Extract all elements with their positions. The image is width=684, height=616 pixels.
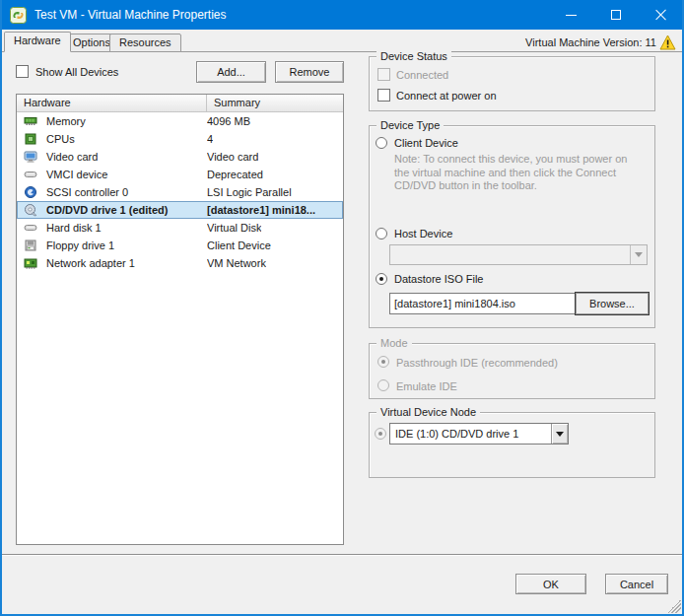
tab-hardware[interactable]: Hardware xyxy=(4,32,71,52)
footer-divider xyxy=(2,554,682,556)
cancel-button[interactable]: Cancel xyxy=(605,574,668,594)
host-device-dropdown-arrow xyxy=(630,245,647,264)
memory-icon xyxy=(24,114,37,128)
connected-label: Connected xyxy=(396,69,448,81)
minimize-button[interactable] xyxy=(548,0,593,30)
table-row-scsi-controller[interactable]: SCSI controller 0 LSI Logic Parallel xyxy=(17,183,343,201)
show-all-devices-checkbox[interactable] xyxy=(16,65,29,78)
remove-button[interactable]: Remove xyxy=(275,61,344,83)
close-icon xyxy=(655,9,667,21)
virtual-device-node-radio xyxy=(375,428,386,440)
passthrough-ide-label: Passthrough IDE (recommended) xyxy=(396,357,558,369)
hardware-table: Hardware Summary Memory 4096 MB CPUs 4 V… xyxy=(16,94,344,545)
minimize-icon xyxy=(566,15,577,16)
close-button[interactable] xyxy=(639,0,684,30)
datastore-iso-label: Datastore ISO File xyxy=(394,273,483,285)
client-device-label: Client Device xyxy=(394,137,458,149)
device-status-group: Device Status xyxy=(369,56,655,111)
table-row-network-adapter[interactable]: Network adapter 1 VM Network xyxy=(17,254,343,272)
connected-checkbox xyxy=(377,68,390,81)
floppy-drive-icon xyxy=(24,239,37,252)
scsi-controller-icon xyxy=(24,185,37,199)
chevron-down-icon xyxy=(556,432,564,437)
window-title: Test VM - Virtual Machine Properties xyxy=(34,8,227,22)
hard-disk-icon xyxy=(24,221,37,235)
chevron-down-icon xyxy=(635,252,643,257)
virtual-machine-properties-window: Test VM - Virtual Machine Properties Har… xyxy=(0,0,684,616)
mode-title: Mode xyxy=(376,337,412,349)
device-status-title: Device Status xyxy=(376,50,451,62)
tab-resources[interactable]: Resources xyxy=(109,34,181,52)
show-all-devices-label: Show All Devices xyxy=(35,66,118,78)
virtual-device-node-title: Virtual Device Node xyxy=(376,406,480,418)
host-device-label: Host Device xyxy=(394,228,452,240)
network-adapter-icon xyxy=(24,256,37,270)
ok-button[interactable]: OK xyxy=(515,574,586,594)
vmci-device-icon xyxy=(24,168,37,181)
column-header-hardware[interactable]: Hardware xyxy=(17,95,207,111)
maximize-icon xyxy=(611,10,621,20)
client-device-note: Note: To connect this device, you must p… xyxy=(394,153,645,193)
table-row-cpus[interactable]: CPUs 4 xyxy=(17,130,343,148)
title-bar: Test VM - Virtual Machine Properties xyxy=(0,0,684,30)
table-row-cd-dvd-drive[interactable]: CD/DVD drive 1 (edited) [datastore1] min… xyxy=(17,201,343,219)
emulate-ide-radio xyxy=(377,379,389,391)
table-row-vmci-device[interactable]: VMCI device Deprecated xyxy=(17,166,343,183)
hardware-table-header: Hardware Summary xyxy=(17,95,343,112)
vm-version-label: Virtual Machine Version: 11 xyxy=(525,36,656,48)
virtual-device-node-dropdown-arrow[interactable] xyxy=(551,424,568,444)
emulate-ide-label: Emulate IDE xyxy=(396,380,457,392)
host-device-radio[interactable] xyxy=(376,228,387,240)
maximize-button[interactable] xyxy=(593,0,639,30)
table-row-floppy-drive[interactable]: Floppy drive 1 Client Device xyxy=(17,237,343,254)
video-card-icon xyxy=(24,150,37,164)
browse-button[interactable]: Browse... xyxy=(575,292,650,315)
device-type-title: Device Type xyxy=(376,119,444,131)
resize-grip[interactable] xyxy=(667,599,681,613)
vsphere-app-icon xyxy=(10,7,27,24)
client-device-radio[interactable] xyxy=(376,137,387,149)
passthrough-ide-radio xyxy=(377,356,389,368)
table-row-video-card[interactable]: Video card Video card xyxy=(17,148,343,166)
add-button[interactable]: Add... xyxy=(196,61,266,83)
table-row-hard-disk[interactable]: Hard disk 1 Virtual Disk xyxy=(17,219,343,237)
connect-at-power-on-checkbox[interactable] xyxy=(377,89,390,102)
cd-dvd-drive-icon xyxy=(24,203,37,217)
cpu-icon xyxy=(24,132,37,146)
table-row-memory[interactable]: Memory 4096 MB xyxy=(17,112,343,130)
warning-icon xyxy=(659,34,676,50)
virtual-device-node-dropdown[interactable]: IDE (1:0) CD/DVD drive 1 xyxy=(389,423,569,445)
datastore-iso-radio[interactable] xyxy=(376,273,387,285)
column-header-summary[interactable]: Summary xyxy=(207,95,343,111)
connect-at-power-on-label: Connect at power on xyxy=(396,90,497,102)
host-device-dropdown xyxy=(389,244,648,265)
